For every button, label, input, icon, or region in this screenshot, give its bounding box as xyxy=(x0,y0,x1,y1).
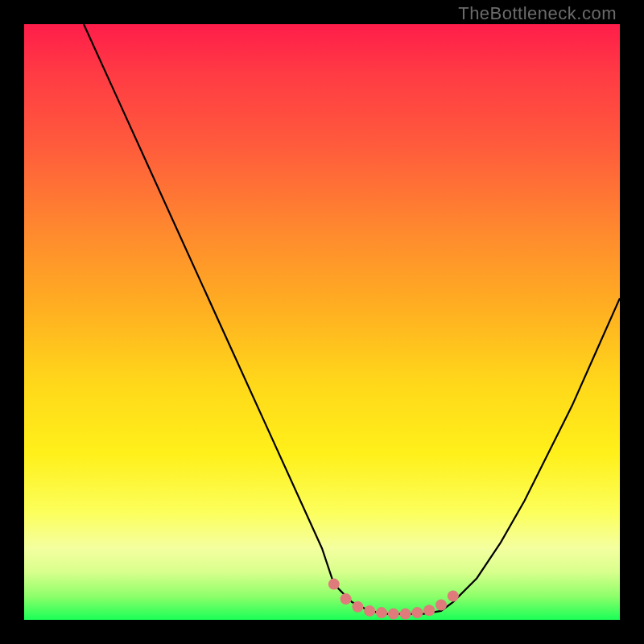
highlight-dot xyxy=(376,607,387,618)
chart-frame: TheBottleneck.com xyxy=(0,0,644,644)
highlight-dot xyxy=(328,579,340,590)
highlight-dot xyxy=(423,605,435,616)
highlight-dot xyxy=(411,607,423,618)
highlight-dot xyxy=(341,593,352,605)
highlight-dot xyxy=(436,600,447,611)
highlight-dot xyxy=(400,609,411,620)
highlight-dot xyxy=(388,609,399,620)
bottleneck-curve xyxy=(84,24,620,614)
highlight-dot xyxy=(364,605,375,617)
highlight-dot xyxy=(352,601,363,613)
highlight-dots xyxy=(328,579,459,620)
highlight-dot xyxy=(448,590,459,601)
curve-svg xyxy=(24,24,620,620)
plot-area xyxy=(24,24,620,620)
watermark-text: TheBottleneck.com xyxy=(458,3,617,24)
